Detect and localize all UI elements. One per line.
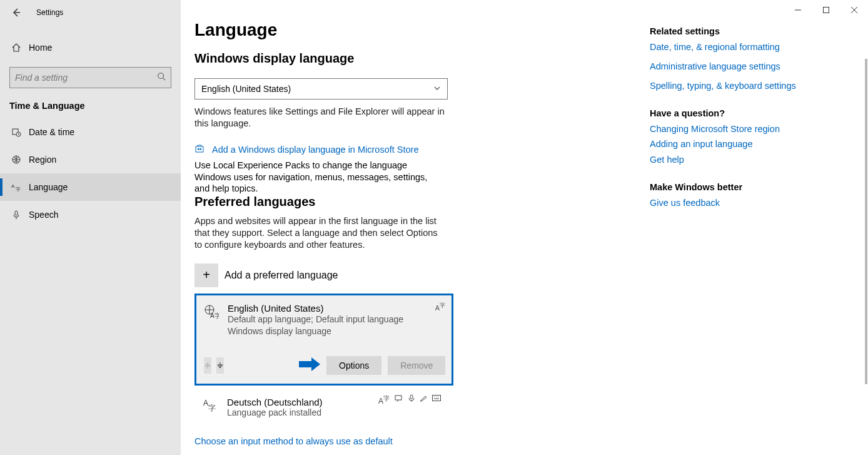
app-title: Settings xyxy=(36,8,63,17)
svg-rect-7 xyxy=(823,8,829,13)
language-sub2: Windows display language xyxy=(228,325,403,337)
globe-icon xyxy=(10,155,23,165)
globe-language-icon: A字 xyxy=(204,304,223,337)
arrow-hint-icon xyxy=(299,357,320,374)
get-help-link[interactable]: Get help xyxy=(650,154,812,166)
microphone-icon xyxy=(10,210,23,220)
language-card-english[interactable]: A字 A字 English (United States) Default ap… xyxy=(194,294,453,386)
language-card-german[interactable]: A字 Deutsch (Deutschland) Language pack i… xyxy=(194,393,445,421)
sidebar-section-title: Time & Language xyxy=(0,93,181,118)
minimize-button[interactable] xyxy=(784,0,812,20)
calendar-clock-icon xyxy=(10,127,23,137)
svg-rect-16 xyxy=(433,395,441,401)
store-icon xyxy=(194,143,207,156)
svg-rect-6 xyxy=(15,211,18,215)
sidebar-home-label: Home xyxy=(29,43,52,53)
search-input[interactable] xyxy=(15,73,157,83)
svg-rect-8 xyxy=(198,148,199,150)
language-sub: Language pack installed xyxy=(227,407,323,417)
sidebar-home[interactable]: Home xyxy=(0,34,181,61)
right-column: Related settings Date, time, & regional … xyxy=(650,0,819,455)
add-language-label: Add a preferred language xyxy=(225,270,338,281)
chevron-down-icon xyxy=(433,84,441,94)
sidebar-item-label: Language xyxy=(29,182,68,192)
store-region-link[interactable]: Changing Microsoft Store region xyxy=(650,123,812,135)
default-input-link[interactable]: Choose an input method to always use as … xyxy=(194,436,393,446)
display-language-dropdown[interactable]: English (United States) xyxy=(194,78,448,100)
sidebar-item-date-time[interactable]: Date & time xyxy=(0,118,181,146)
plus-icon: + xyxy=(194,263,218,287)
svg-text:A: A xyxy=(11,183,15,189)
tts-icon xyxy=(395,394,403,406)
sidebar-item-language[interactable]: A字 Language xyxy=(0,173,181,201)
language-name: English (United States) xyxy=(228,303,403,314)
page-title: Language xyxy=(194,20,650,40)
svg-rect-14 xyxy=(395,396,401,400)
home-icon xyxy=(10,43,23,53)
langpack-icon: A字 xyxy=(378,394,390,406)
window-controls xyxy=(784,0,868,20)
add-language-button[interactable]: + Add a preferred language xyxy=(194,263,650,287)
titlebar: Settings xyxy=(0,0,181,25)
language-sub1: Default app language; Default input lang… xyxy=(228,314,403,325)
search-box[interactable] xyxy=(9,67,171,88)
svg-text:字: 字 xyxy=(16,187,21,192)
sidebar: Settings Home Time & Language Date & tim… xyxy=(0,0,181,455)
language-glyph-icon: A字 xyxy=(202,397,217,417)
spelling-typing-link[interactable]: Spelling, typing, & keyboard settings xyxy=(650,80,812,92)
sidebar-item-speech[interactable]: Speech xyxy=(0,201,181,228)
store-desc: Use Local Experience Packs to change the… xyxy=(194,160,445,195)
add-input-lang-link[interactable]: Adding an input language xyxy=(650,138,812,150)
sidebar-item-label: Date & time xyxy=(29,127,74,137)
date-time-format-link[interactable]: Date, time, & regional formatting xyxy=(650,41,812,53)
related-settings-heading: Related settings xyxy=(650,26,812,36)
back-button[interactable] xyxy=(8,4,25,21)
feedback-heading: Make Windows better xyxy=(650,182,812,192)
dropdown-value: English (United States) xyxy=(201,84,291,94)
main-content: Language Windows display language Englis… xyxy=(181,0,650,455)
sidebar-item-region[interactable]: Region xyxy=(0,146,181,173)
language-pack-icon: A字 xyxy=(435,302,445,312)
language-feature-icons: A字 xyxy=(378,394,441,406)
maximize-button[interactable] xyxy=(812,0,840,20)
svg-rect-15 xyxy=(410,395,413,399)
keyboard-icon xyxy=(432,394,441,406)
display-lang-heading: Windows display language xyxy=(194,51,650,66)
ms-store-link[interactable]: Add a Windows display language in Micros… xyxy=(194,143,650,156)
move-up-button xyxy=(204,357,211,374)
main-wrap: Language Windows display language Englis… xyxy=(181,0,868,455)
preferred-lang-heading: Preferred languages xyxy=(194,195,650,209)
move-down-button[interactable] xyxy=(216,357,224,374)
language-name: Deutsch (Deutschland) xyxy=(227,397,323,407)
close-button[interactable] xyxy=(840,0,868,20)
svg-text:字: 字 xyxy=(208,404,216,412)
options-button[interactable]: Options xyxy=(326,356,381,375)
question-heading: Have a question? xyxy=(650,108,812,118)
handwriting-icon xyxy=(420,394,427,406)
speech-icon xyxy=(408,394,415,406)
search-icon xyxy=(157,72,166,83)
svg-point-0 xyxy=(158,73,164,79)
preferred-lang-desc: Apps and websites will appear in the fir… xyxy=(194,215,445,251)
scrollbar-thumb[interactable] xyxy=(865,59,867,384)
search-wrap xyxy=(9,67,171,88)
admin-language-link[interactable]: Administrative language settings xyxy=(650,61,812,73)
scrollbar[interactable] xyxy=(864,38,868,455)
ms-store-link-text: Add a Windows display language in Micros… xyxy=(212,145,418,155)
display-lang-desc: Windows features like Settings and File … xyxy=(194,106,445,130)
sidebar-item-label: Region xyxy=(29,155,56,165)
remove-button: Remove xyxy=(388,356,445,375)
svg-text:A字: A字 xyxy=(210,312,219,319)
language-icon: A字 xyxy=(10,182,23,192)
sidebar-item-label: Speech xyxy=(29,210,58,220)
give-feedback-link[interactable]: Give us feedback xyxy=(650,197,812,209)
svg-rect-9 xyxy=(200,148,202,150)
svg-text:A: A xyxy=(203,399,208,407)
